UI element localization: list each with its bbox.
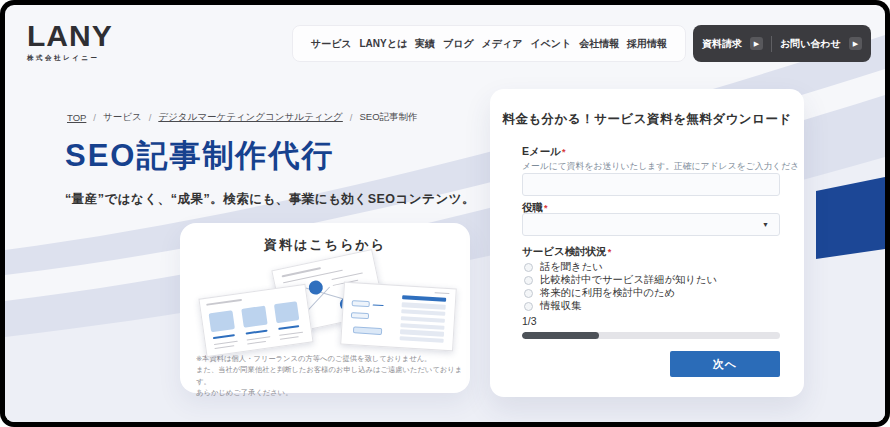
breadcrumb-consulting[interactable]: デジタルマーケティングコンサルティング	[158, 111, 343, 124]
email-label: Eメール*	[522, 145, 566, 159]
radio-option-info-gathering[interactable]: 情報収集	[524, 300, 581, 312]
progress-step-label: 1/3	[522, 315, 537, 327]
nav-item-media[interactable]: メディア	[482, 37, 523, 51]
breadcrumb-top[interactable]: TOP	[67, 112, 86, 123]
nav-item-services[interactable]: サービス	[311, 37, 352, 51]
required-mark: *	[608, 247, 612, 257]
role-label-text: 役職	[522, 201, 543, 213]
radio-label: 話を聞きたい	[540, 260, 603, 274]
chevron-down-icon: ▼	[762, 221, 769, 228]
radio-circle-icon	[524, 276, 533, 285]
disclaimer-line: ※本資料は個人・フリーランスの方等へのご提供を致しておりません。	[196, 353, 470, 364]
nav-item-events[interactable]: イベント	[530, 37, 571, 51]
radio-option-future-use[interactable]: 将来的に利用を検討中のため	[524, 287, 675, 299]
disclaimer-line: あらかじめご了承ください。	[196, 387, 470, 398]
chevron-right-icon[interactable]: ▶	[849, 37, 862, 50]
breadcrumb: TOP / サービス / デジタルマーケティングコンサルティング / SEO記事…	[67, 111, 418, 124]
breadcrumb-separator: /	[149, 112, 152, 123]
page-subtitle: “量産”ではなく、“成果”。検索にも、事業にも効くSEOコンテンツ。	[65, 191, 475, 208]
radio-circle-icon	[524, 263, 533, 272]
screenshot-frame: LANY 株式会社レイニー サービス LANYとは 実績 ブログ メディア イベ…	[0, 0, 890, 427]
radio-label: 情報収集	[540, 299, 581, 313]
radio-circle-icon	[524, 302, 533, 311]
role-select[interactable]: ▼	[522, 213, 780, 236]
disclaimer-line: また、当社が同業他社と判断したお客様のお申し込みはご遠慮いただいております。	[196, 364, 470, 387]
required-mark: *	[562, 147, 566, 157]
slide-thumbnail-table	[340, 282, 457, 352]
breadcrumb-current-page: SEO記事制作	[359, 111, 417, 124]
nav-item-company[interactable]: 会社情報	[579, 37, 619, 51]
logo-wordmark: LANY	[27, 21, 113, 51]
form-title: 料金も分かる！サービス資料を無料ダウンロード	[490, 111, 804, 128]
breadcrumb-separator: /	[93, 112, 96, 123]
main-nav: サービス LANYとは 実績 ブログ メディア イベント 会社情報 採用情報	[292, 25, 686, 62]
header-cta-group: 資料請求 ▶ お問い合わせ ▶	[693, 25, 871, 62]
materials-card-title: 資料はこちらから	[180, 236, 470, 254]
email-label-text: Eメール	[522, 145, 561, 157]
chevron-right-icon[interactable]: ▶	[750, 37, 763, 50]
radio-circle-icon	[524, 289, 533, 298]
cta-divider	[771, 36, 772, 52]
breadcrumb-separator: /	[350, 112, 353, 123]
logo-company-name: 株式会社レイニー	[27, 54, 113, 63]
breadcrumb-services[interactable]: サービス	[103, 111, 142, 124]
radio-option-comparing[interactable]: 比較検討中でサービス詳細が知りたい	[524, 274, 717, 286]
slide-thumbnail-overview	[198, 284, 313, 357]
materials-disclaimer: ※本資料は個人・フリーランスの方等へのご提供を致しておりません。 また、当社が同…	[196, 353, 470, 398]
radio-option-hear-talk[interactable]: 話を聞きたい	[524, 261, 603, 273]
consideration-label-text: サービス検討状況	[522, 245, 607, 257]
logo[interactable]: LANY 株式会社レイニー	[27, 21, 113, 63]
nav-item-about[interactable]: LANYとは	[359, 37, 407, 51]
next-button[interactable]: 次へ	[670, 351, 780, 377]
page: LANY 株式会社レイニー サービス LANYとは 実績 ブログ メディア イベ…	[5, 5, 885, 422]
email-input[interactable]	[522, 173, 780, 196]
consideration-label: サービス検討状況*	[522, 245, 611, 259]
progress-bar	[522, 332, 780, 339]
required-mark: *	[544, 203, 548, 213]
page-title: SEO記事制作代行	[65, 135, 334, 177]
nav-item-careers[interactable]: 採用情報	[627, 37, 667, 51]
download-form-card: 料金も分かる！サービス資料を無料ダウンロード Eメール* メールにて資料をお送り…	[490, 89, 804, 397]
nav-item-blog[interactable]: ブログ	[443, 37, 474, 51]
radio-label: 比較検討中でサービス詳細が知りたい	[540, 273, 717, 287]
nav-item-results[interactable]: 実績	[415, 37, 435, 51]
request-documents-button[interactable]: 資料請求	[702, 37, 742, 51]
radio-label: 将来的に利用を検討中のため	[540, 286, 675, 300]
progress-bar-fill	[522, 332, 599, 339]
contact-button[interactable]: お問い合わせ	[780, 37, 841, 51]
materials-card: 資料はこちらから	[180, 223, 470, 393]
header: LANY 株式会社レイニー サービス LANYとは 実績 ブログ メディア イベ…	[5, 5, 885, 77]
